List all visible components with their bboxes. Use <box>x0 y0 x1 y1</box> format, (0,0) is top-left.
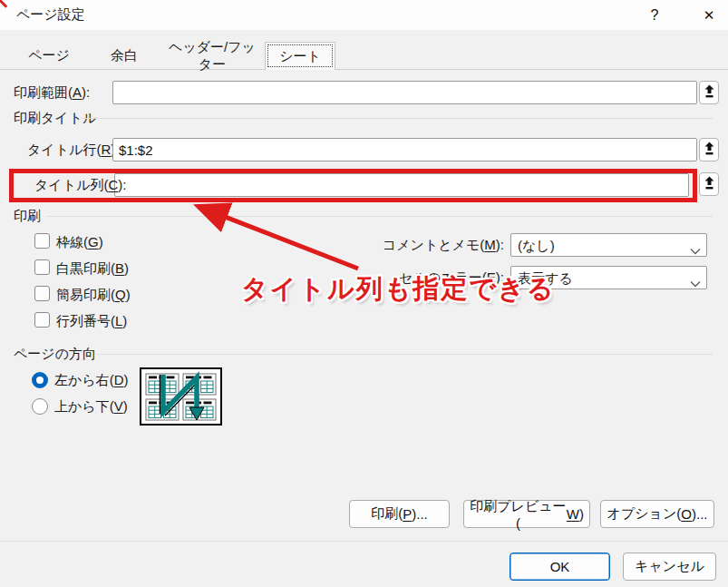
comments-dropdown-value: (なし) <box>518 238 555 255</box>
tab-sheet[interactable]: シート <box>265 42 335 70</box>
annotation-arrow <box>180 194 372 278</box>
gridlines-checkbox-label[interactable]: 枠線(G) <box>56 233 103 250</box>
over-then-down-radio-label[interactable]: 上から下(V) <box>54 397 128 416</box>
comments-dropdown[interactable]: (なし) <box>510 233 707 257</box>
black-and-white-checkbox-label[interactable]: 白黒印刷(B) <box>56 259 129 277</box>
draft-quality-checkbox[interactable] <box>34 286 50 301</box>
group-divider <box>47 216 713 217</box>
cell-errors-dropdown-value: 表示する <box>518 270 573 288</box>
tab-strip-divider <box>0 69 728 70</box>
collapse-dialog-icon <box>704 84 715 101</box>
comments-label: コメントとメモ(M): <box>381 233 504 257</box>
black-and-white-checkbox[interactable] <box>34 259 50 275</box>
cell-errors-label: セルのエラー(E): <box>381 266 504 289</box>
collapse-dialog-icon <box>704 176 715 192</box>
titlebar: ページ設定 ? ✕ <box>0 0 728 30</box>
tab-margins[interactable]: 余白 <box>91 43 158 69</box>
draft-quality-checkbox-label[interactable]: 簡易印刷(Q) <box>56 286 131 303</box>
collapse-dialog-icon <box>704 142 715 158</box>
help-icon[interactable]: ? <box>643 4 666 27</box>
page-order-down-then-over-preview <box>140 367 222 429</box>
page-setup-dialog: ページ設定 ? ✕ ページ 余白 ヘッダー/フッター シート 印刷範囲(A): … <box>0 0 728 587</box>
title-cols-label: タイトル列(C): <box>34 173 126 197</box>
footer-divider <box>0 541 728 542</box>
options-button[interactable]: オプション(O)... <box>600 500 714 528</box>
group-divider <box>82 118 713 119</box>
print-area-collapse-button[interactable] <box>699 81 719 104</box>
chevron-down-icon <box>690 275 701 291</box>
print-preview-button[interactable]: 印刷プレビュー(W) <box>463 500 590 528</box>
over-then-down-radio[interactable] <box>32 398 48 415</box>
row-col-headings-checkbox[interactable] <box>34 312 50 328</box>
cancel-button[interactable]: キャンセル <box>623 553 716 581</box>
tab-page[interactable]: ページ <box>11 43 87 69</box>
close-icon[interactable]: ✕ <box>697 4 721 27</box>
tab-header-footer[interactable]: ヘッダー/フッター <box>161 43 263 69</box>
group-divider <box>97 354 713 355</box>
title-rows-collapse-button[interactable] <box>699 138 719 161</box>
down-then-over-radio-label[interactable]: 左から右(D) <box>54 371 129 389</box>
page-order-group-label: ページの方向 <box>14 346 96 363</box>
stray-annotation-mark <box>0 0 7 8</box>
print-area-input[interactable] <box>112 81 697 104</box>
gridlines-checkbox[interactable] <box>34 233 50 249</box>
title-cols-collapse-button[interactable] <box>699 172 719 196</box>
chevron-down-icon <box>690 242 701 259</box>
row-col-headings-checkbox-label[interactable]: 行列番号(L) <box>56 312 127 329</box>
cell-errors-dropdown[interactable]: 表示する <box>510 266 707 289</box>
print-button[interactable]: 印刷(P)... <box>349 500 450 528</box>
dialog-title: ページ設定 <box>16 6 85 24</box>
print-area-label: 印刷範囲(A): <box>14 81 90 104</box>
print-group-label: 印刷 <box>14 208 41 225</box>
title-rows-input[interactable] <box>112 138 697 161</box>
title-rows-label: タイトル行(R): <box>27 138 119 161</box>
ok-button[interactable]: OK <box>510 553 610 581</box>
title-cols-input[interactable] <box>114 173 689 197</box>
down-then-over-radio[interactable] <box>32 372 48 388</box>
